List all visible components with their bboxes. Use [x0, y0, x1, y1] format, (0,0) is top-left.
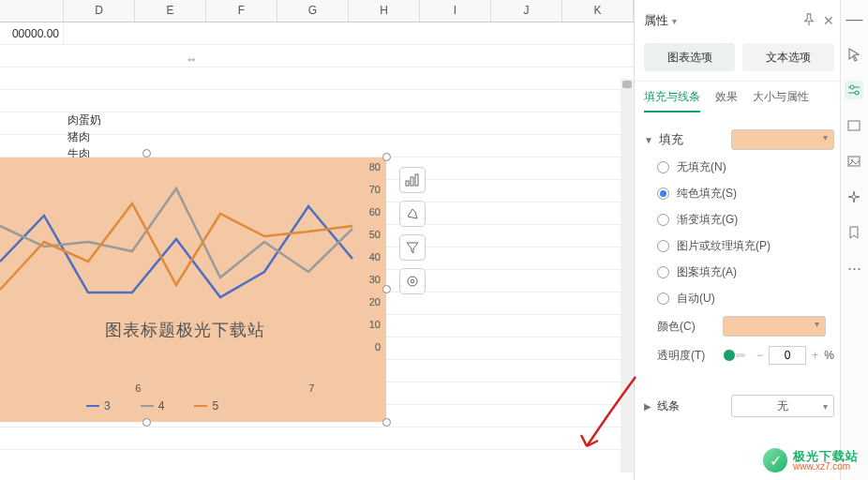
transparency-slider[interactable]	[723, 353, 745, 357]
transparency-input[interactable]	[769, 346, 806, 365]
color-picker[interactable]	[723, 316, 826, 337]
minimize-icon[interactable]: —	[845, 9, 863, 28]
column-headers: D E F G H I J K	[0, 0, 634, 22]
right-tool-rail: — ⋯	[840, 0, 868, 480]
more-icon[interactable]: ⋯	[845, 259, 863, 278]
cell[interactable]: 猪肉	[67, 129, 90, 145]
col-header[interactable]: E	[135, 0, 206, 22]
col-header[interactable]: K	[562, 0, 634, 22]
subtab-fill-line[interactable]: 填充与线条	[644, 89, 700, 112]
fill-pattern-option[interactable]: 图案填充(A)	[657, 264, 834, 280]
col-header[interactable]: H	[349, 0, 420, 22]
chart-filter-button[interactable]	[399, 234, 426, 261]
cell[interactable]: 00000.00	[0, 22, 64, 44]
chart-title[interactable]: 图表标题极光下载站	[0, 319, 369, 341]
selection-handle[interactable]	[382, 285, 391, 293]
color-label: 颜色(C)	[657, 319, 723, 335]
tab-text-options[interactable]: 文本选项	[742, 43, 833, 71]
selection-handle[interactable]	[382, 418, 391, 427]
svg-point-4	[411, 279, 414, 283]
worksheet-area[interactable]: ⇿ D E F G H I J K 00000.00	[0, 0, 634, 480]
chart-legend[interactable]: 3 4 5	[86, 399, 218, 412]
section-fill-title: 填充	[659, 131, 683, 148]
svg-rect-0	[406, 181, 409, 186]
selection-handle[interactable]	[142, 149, 151, 158]
fill-auto-option[interactable]: 自动(U)	[657, 291, 834, 307]
watermark: ✓ 极光下载站 www.xz7.com	[763, 448, 859, 472]
col-header[interactable]: G	[277, 0, 349, 22]
subtab-size-prop[interactable]: 大小与属性	[753, 89, 809, 112]
tab-chart-options[interactable]: 图表选项	[644, 43, 735, 71]
chart-elements-button[interactable]	[399, 167, 426, 193]
sparkle-icon[interactable]	[845, 188, 863, 206]
collapse-arrow-icon[interactable]: ▶	[644, 401, 651, 412]
col-header[interactable]: D	[64, 0, 135, 22]
chart-object[interactable]: 80 70 60 50 40 30 20 10 0 图表标题极光下载站	[0, 158, 386, 422]
properties-panel: 属性▾ ✕ 图表选项 文本选项 填充与线条 效果 大小与属性 ▼ 填充	[634, 0, 840, 480]
chart-styles-button[interactable]	[399, 201, 426, 227]
svg-rect-2	[415, 174, 418, 186]
svg-point-3	[408, 277, 417, 286]
selection-handle[interactable]	[382, 153, 391, 161]
fill-picture-option[interactable]: 图片或纹理填充(P)	[657, 238, 834, 254]
percent-unit: %	[824, 349, 834, 362]
fill-solid-option[interactable]: 纯色填充(S)	[657, 186, 834, 202]
image-icon[interactable]	[845, 152, 863, 171]
fill-options: 无填充(N) 纯色填充(S) 渐变填充(G) 图片或纹理填充(P) 图案填充(A…	[657, 159, 834, 307]
svg-point-5	[850, 85, 854, 89]
fill-color-swatch[interactable]	[731, 129, 834, 150]
svg-rect-7	[848, 121, 860, 130]
svg-point-6	[855, 91, 859, 95]
settings-sliders-icon[interactable]	[845, 81, 863, 99]
rectangle-icon[interactable]	[845, 116, 863, 135]
bookmark-icon[interactable]	[845, 223, 863, 242]
cell[interactable]: 肉蛋奶	[67, 112, 101, 128]
section-line-title: 线条	[657, 398, 680, 414]
x-axis-labels: 6 7	[0, 382, 356, 394]
col-header[interactable]: I	[420, 0, 491, 22]
col-header[interactable]: J	[491, 0, 562, 22]
watermark-logo-icon: ✓	[763, 448, 787, 472]
svg-rect-1	[411, 177, 413, 186]
transparency-label: 透明度(T)	[657, 348, 723, 364]
selection-handle[interactable]	[142, 418, 151, 427]
pin-icon[interactable]	[802, 13, 816, 29]
col-header-first[interactable]	[0, 0, 64, 22]
collapse-arrow-icon[interactable]: ▼	[644, 135, 653, 145]
line-style-select[interactable]: 无	[731, 395, 834, 417]
fill-none-option[interactable]: 无填充(N)	[657, 159, 834, 175]
chart-floating-tools	[399, 167, 426, 294]
close-icon[interactable]: ✕	[823, 13, 834, 29]
chart-plot-area[interactable]: 80 70 60 50 40 30 20 10 0 图表标题极光下载站	[0, 158, 386, 422]
panel-title: 属性▾	[644, 12, 677, 29]
chart-settings-button[interactable]	[399, 268, 426, 294]
col-header[interactable]: F	[206, 0, 277, 22]
subtab-effect[interactable]: 效果	[715, 89, 738, 112]
select-icon[interactable]	[845, 45, 863, 64]
vertical-scrollbar[interactable]	[621, 79, 634, 472]
fill-gradient-option[interactable]: 渐变填充(G)	[657, 212, 834, 228]
